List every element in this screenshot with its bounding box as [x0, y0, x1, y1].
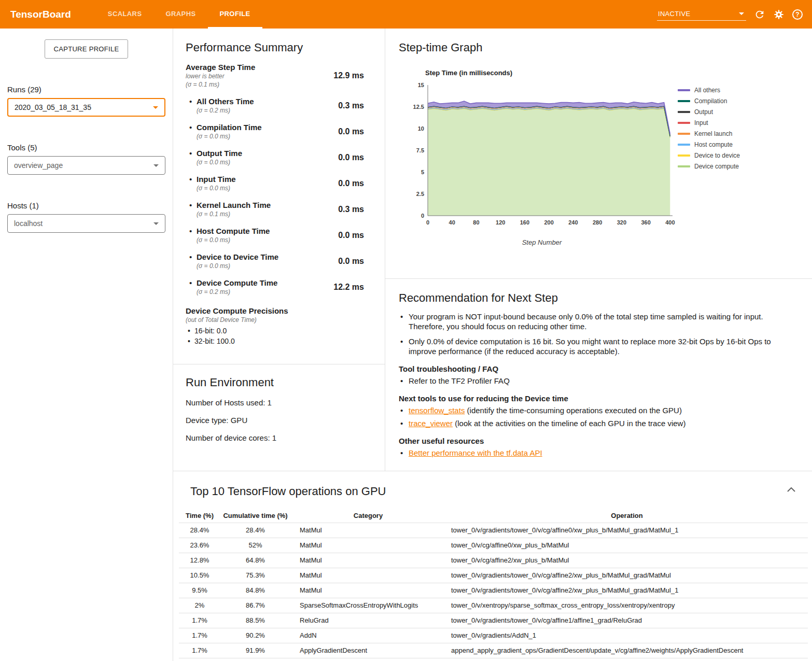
metric-row: • Kernel Launch Time (σ = 0.1 ms) 0.3 ms — [186, 201, 372, 218]
cell-operation: tower_0/v/gradients/tower_0/v/cg/affine0… — [446, 523, 808, 538]
table-header-row: Time (%) Cumulative time (%) Category Op… — [179, 509, 808, 523]
capture-profile-button[interactable]: CAPTURE PROFILE — [45, 39, 129, 59]
precision-item: 16-bit: 0.0 — [186, 326, 372, 336]
bullet-icon: • — [189, 97, 197, 106]
cell-operation: tower_0/v/gradients/tower_0/v/cg/affine2… — [446, 583, 808, 598]
settings-button[interactable] — [773, 9, 785, 20]
table-row: 23.6% 52% MatMul tower_0/v/cg/affine0/xw… — [179, 538, 808, 553]
chart-legend: All others Compilation Output — [677, 85, 740, 246]
cell-cumulative: 75.3% — [220, 568, 290, 583]
metric-value: 12.9 ms — [333, 71, 364, 80]
cell-category: AddN — [290, 628, 446, 643]
runs-select[interactable]: 2020_03_05_18_31_35 — [7, 98, 165, 117]
reload-mode-select[interactable]: INACTIVE — [657, 8, 746, 21]
metric-sigma: (σ = 0.0 ms) — [197, 262, 278, 270]
cell-time: 12.8% — [179, 553, 220, 568]
top10-table: Time (%) Cumulative time (%) Category Op… — [179, 509, 808, 658]
top10-ops-section: Top 10 TensorFlow operations on GPU Time… — [173, 471, 812, 661]
tools-select[interactable]: overview_page — [7, 156, 165, 175]
metric-row: • Compilation Time (σ = 0.0 ms) 0.0 ms — [186, 123, 372, 140]
gear-icon — [773, 9, 785, 20]
chevron-down-icon — [739, 12, 744, 15]
chart-title: Step Time (in milliseconds) — [425, 69, 677, 77]
svg-text:320: 320 — [617, 219, 626, 226]
legend-label: All others — [694, 87, 720, 94]
trace-viewer-link[interactable]: trace_viewer — [409, 419, 453, 428]
cell-time: 28.4% — [179, 523, 220, 538]
legend-item: Input — [678, 117, 740, 128]
svg-text:5: 5 — [421, 169, 424, 175]
recommendation-card: Recommendation for Next Step Your progra… — [385, 279, 812, 471]
tensorflow-stats-link[interactable]: tensorflow_stats — [409, 406, 465, 415]
metric-value: 0.3 ms — [338, 205, 364, 214]
legend-label: Input — [694, 119, 708, 126]
metric-row: • Input Time (σ = 0.0 ms) 0.0 ms — [186, 175, 372, 192]
tab-profile[interactable]: PROFILE — [208, 0, 262, 29]
refresh-button[interactable] — [754, 9, 765, 20]
svg-text:120: 120 — [496, 219, 505, 226]
legend-swatch-device-to-device — [678, 154, 690, 157]
legend-item: Device to device — [678, 150, 740, 161]
env-line: Number of Hosts used: 1 — [186, 398, 372, 407]
recommendation-bullet: Your program is NOT input-bound because … — [399, 312, 789, 331]
legend-label: Output — [694, 108, 713, 116]
top-bar: TensorBoard SCALARS GRAPHS PROFILE INACT… — [0, 0, 812, 29]
metric-label: Device Compute Time — [197, 278, 277, 288]
performance-summary-column: Performance Summary Average Step Time lo… — [173, 29, 385, 471]
runs-select-value: 2020_03_05_18_31_35 — [15, 103, 91, 111]
run-environment-card: Run Environment Number of Hosts used: 1 … — [173, 364, 385, 454]
run-environment-title: Run Environment — [186, 376, 372, 389]
cell-category: ReluGrad — [290, 613, 446, 628]
legend-label: Device to device — [694, 152, 740, 159]
metric-label: Output Time — [197, 149, 242, 158]
col-header-cumulative: Cumulative time (%) — [220, 509, 290, 523]
next-tools-heading: Next tools to use for reducing the Devic… — [399, 394, 789, 403]
metric-value: 0.0 ms — [338, 179, 364, 188]
tfdata-performance-link[interactable]: Better performance with the tf.data API — [409, 448, 542, 457]
svg-text:12.5: 12.5 — [413, 104, 424, 110]
cell-operation: tower_0/v/gradients/tower_0/v/cg/affine2… — [446, 568, 808, 583]
app-title: TensorBoard — [10, 0, 71, 29]
svg-text:0: 0 — [421, 213, 424, 219]
bullet-icon: • — [189, 149, 197, 158]
bullet-icon: • — [189, 252, 197, 262]
env-line: Device type: GPU — [186, 416, 372, 425]
legend-item: Device compute — [678, 161, 740, 172]
metric-sigma: (σ = 0.0 ms) — [197, 132, 262, 140]
metric-value: 0.0 ms — [338, 257, 364, 266]
hosts-select[interactable]: localhost — [7, 214, 165, 233]
cell-cumulative: 91.9% — [220, 643, 290, 658]
legend-item: All others — [678, 85, 740, 95]
chevron-down-icon — [153, 106, 158, 109]
col-header-time: Time (%) — [179, 509, 220, 523]
collapse-section-button[interactable] — [785, 484, 797, 496]
cell-time: 1.7% — [179, 613, 220, 628]
performance-summary-card: Performance Summary Average Step Time lo… — [173, 29, 385, 364]
metric-row: • Host Compute Time (σ = 0.0 ms) 0.0 ms — [186, 227, 372, 244]
metric-value: 0.0 ms — [338, 127, 364, 136]
device-compute-precisions: Device Compute Precisions (out of Total … — [186, 306, 372, 346]
metric-sigma: (σ = 0.2 ms) — [197, 106, 254, 115]
svg-text:280: 280 — [593, 219, 602, 226]
help-button[interactable]: ? — [792, 9, 803, 20]
table-row: 1.7% 88.5% ReluGrad tower_0/v/gradients/… — [179, 613, 808, 628]
metric-sigma: (σ = 0.0 ms) — [197, 184, 236, 192]
tools-label: Tools (5) — [7, 143, 165, 152]
metric-label: Kernel Launch Time — [197, 201, 271, 210]
hosts-label: Hosts (1) — [7, 201, 165, 210]
reload-mode-value: INACTIVE — [658, 10, 690, 18]
svg-text:7.5: 7.5 — [416, 147, 424, 153]
table-row: 10.5% 75.3% MatMul tower_0/v/gradients/t… — [179, 568, 808, 583]
legend-item: Output — [678, 106, 740, 117]
top10-title: Top 10 TensorFlow operations on GPU — [190, 485, 812, 498]
right-column: Step-time Graph Step Time (in millisecon… — [385, 29, 812, 471]
metric-sigma: (σ = 0.1 ms) — [197, 210, 271, 218]
tab-scalars[interactable]: SCALARS — [96, 0, 154, 29]
cell-time: 10.5% — [179, 568, 220, 583]
metric-sigma: (σ = 0.2 ms) — [197, 288, 277, 296]
metric-sigma: (σ = 0.1 ms) — [186, 80, 255, 89]
tab-graphs[interactable]: GRAPHS — [153, 0, 207, 29]
metric-label: Input Time — [197, 175, 236, 184]
cell-time: 1.7% — [179, 628, 220, 643]
cell-cumulative: 52% — [220, 538, 290, 553]
